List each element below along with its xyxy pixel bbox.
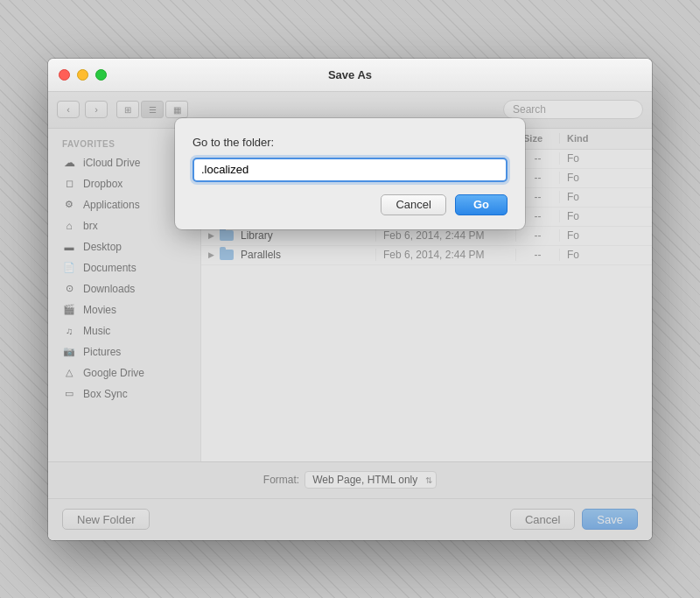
window-controls	[59, 69, 107, 81]
goto-dialog: Go to the folder: Cancel Go	[175, 118, 525, 229]
goto-cancel-button[interactable]: Cancel	[381, 194, 445, 215]
overlay: Go to the folder: Cancel Go	[48, 92, 652, 540]
goto-go-button[interactable]: Go	[455, 194, 508, 215]
goto-label: Go to the folder:	[192, 136, 508, 149]
window-title: Save As	[328, 68, 372, 81]
minimize-button[interactable]	[77, 69, 88, 81]
goto-buttons: Cancel Go	[192, 194, 508, 215]
close-button[interactable]	[59, 69, 70, 81]
save-as-window: Save As ‹ › ⊞ ☰ ▦ Favorites ☁ iCloud Dri…	[48, 59, 652, 540]
maximize-button[interactable]	[95, 69, 107, 81]
goto-input[interactable]	[192, 158, 508, 182]
title-bar: Save As	[48, 59, 652, 92]
